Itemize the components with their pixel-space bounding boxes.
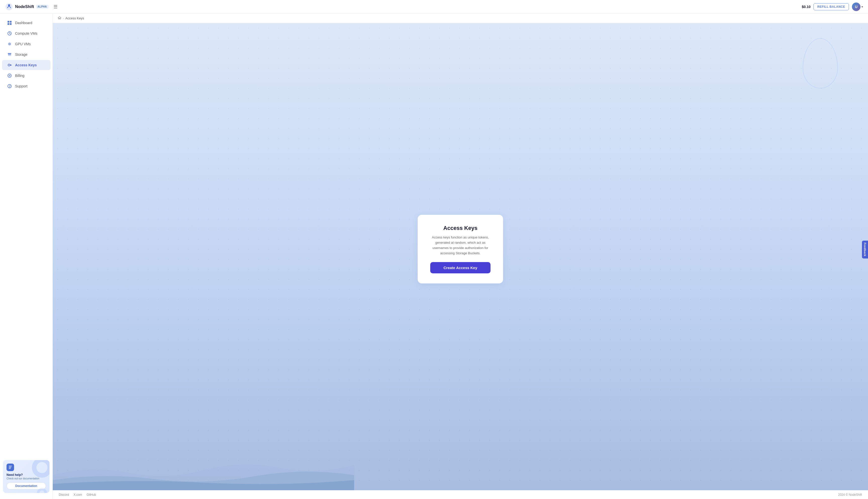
sidebar-item-support[interactable]: Support [2,81,50,91]
svg-rect-2 [8,21,9,23]
sidebar-item-compute-label: Compute VMs [15,32,37,35]
card-title: Access Keys [430,225,491,231]
storage-icon [7,52,12,57]
nav-left: NodeShift ALPHA ☰ [5,2,59,11]
app-name: NodeShift [15,4,34,9]
support-icon [7,84,12,89]
sidebar-item-dashboard[interactable]: Dashboard [2,18,50,28]
help-icon [7,464,14,471]
svg-rect-17 [9,467,11,467]
sidebar-item-dashboard-label: Dashboard [15,21,33,25]
svg-rect-5 [10,23,12,25]
create-access-key-button[interactable]: Create Access Key [430,262,491,273]
help-card: Need help? Check out our documentation D… [3,460,49,493]
chevron-down-icon: ▾ [861,5,863,9]
footer-link-xcom[interactable]: X.com [74,493,82,497]
content-area: Access Keys Access keys function as uniq… [53,23,868,490]
sidebar-item-access-keys-label: Access Keys [15,63,37,67]
footer-links: Discord X.com GitHub [59,493,96,497]
footer-copyright: 2024 © NodeShift [838,493,862,497]
svg-rect-3 [10,21,12,23]
sidebar-item-billing[interactable]: Billing [2,71,50,81]
documentation-button[interactable]: Documentation [7,483,46,489]
gpu-icon [7,41,12,47]
sidebar-item-support-label: Support [15,84,27,88]
sidebar-item-access-keys[interactable]: Access Keys [2,60,50,70]
logo[interactable]: NodeShift ALPHA [5,3,49,11]
avatar: U [852,2,860,11]
home-icon[interactable] [58,16,61,20]
sidebar-item-compute-vms[interactable]: Compute VMs [2,28,50,38]
menu-icon[interactable]: ☰ [52,2,59,11]
user-avatar-wrap[interactable]: U ▾ [852,2,863,11]
access-keys-card: Access Keys Access keys function as uniq… [418,215,503,283]
sidebar-item-billing-label: Billing [15,74,24,78]
main-layout: Dashboard Compute VMs GPU VMs [0,14,868,499]
svg-rect-18 [9,468,11,469]
sidebar-item-gpu-label: GPU VMs [15,42,30,46]
svg-rect-10 [8,53,11,54]
logo-icon [5,3,13,11]
key-icon [7,63,12,68]
alpha-badge: ALPHA [36,5,49,9]
dashboard-icon [7,20,12,25]
sidebar-item-storage-label: Storage [15,52,27,57]
breadcrumb-separator: › [63,16,64,20]
nav-right: $0.10 REFILL BALANCE U ▾ [802,2,863,11]
breadcrumb-current: Access Keys [65,16,84,20]
main-content: › Access Keys Access Keys Access keys fu… [53,14,868,499]
footer: Discord X.com GitHub 2024 © NodeShift [53,490,868,499]
footer-link-discord[interactable]: Discord [59,493,69,497]
top-navigation: NodeShift ALPHA ☰ $0.10 REFILL BALANCE U… [0,0,868,14]
help-subtitle: Check out our documentation [7,477,46,480]
card-description: Access keys function as unique tokens, g… [430,235,491,256]
svg-rect-16 [9,466,12,466]
billing-icon [7,73,12,78]
svg-point-9 [9,44,10,45]
sidebar-item-storage[interactable]: Storage [2,49,50,60]
feedback-tab[interactable]: Feedback [862,241,868,258]
center-card-wrapper: Access Keys Access keys function as uniq… [53,23,868,490]
balance-display: $0.10 [802,5,810,9]
svg-point-1 [8,4,10,6]
refill-balance-button[interactable]: REFILL BALANCE [814,3,849,10]
footer-link-github[interactable]: GitHub [87,493,96,497]
sidebar: Dashboard Compute VMs GPU VMs [0,14,53,499]
svg-rect-4 [8,23,9,25]
sidebar-item-gpu-vms[interactable]: GPU VMs [2,39,50,49]
sidebar-help-section: Need help? Check out our documentation D… [0,457,52,495]
svg-point-14 [9,75,10,76]
compute-icon [7,31,12,36]
help-title: Need help? [7,473,46,477]
breadcrumb: › Access Keys [53,14,868,23]
